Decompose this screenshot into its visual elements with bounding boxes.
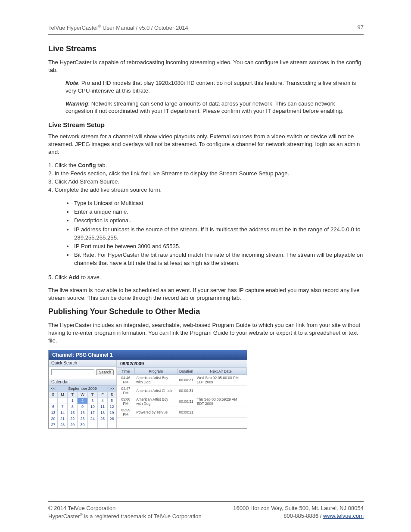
heading-live-streams: Live Streams bbox=[48, 44, 364, 53]
cal-day[interactable]: 9 bbox=[78, 404, 87, 410]
footer-link[interactable]: www.telvue.com bbox=[323, 513, 364, 519]
cal-day[interactable]: 3 bbox=[87, 398, 97, 404]
bullet: Description is optional. bbox=[73, 216, 364, 224]
cal-day[interactable]: 25 bbox=[97, 416, 107, 422]
heading-live-stream-setup: Live Stream Setup bbox=[48, 121, 364, 128]
bullet: Type is Unicast or Multicast bbox=[73, 199, 364, 207]
form-bullets: Type is Unicast or Multicast Enter a uni… bbox=[73, 199, 364, 267]
cal-day[interactable]: 18 bbox=[97, 410, 107, 416]
search-button[interactable]: Search bbox=[96, 369, 114, 375]
bullet: Bit Rate. For HyperCaster the bit rate s… bbox=[73, 251, 364, 267]
table-row: 05:00 PMAmerican Artist Boy with Dog00:0… bbox=[117, 396, 247, 407]
warning-block: Warning: Network streaming can send larg… bbox=[65, 100, 359, 115]
table-row: 04:47 PMAmerican Artist Chuck00:00:31 bbox=[117, 385, 247, 396]
header-title: TelVue HyperCaster® User Manual / v5.0 /… bbox=[48, 24, 188, 31]
setup-steps-cont: 5. Click Add to save. bbox=[48, 273, 364, 281]
cal-day[interactable]: 14 bbox=[57, 410, 67, 416]
calendar: << September 2009 >> SMTWTFS 12345678910… bbox=[49, 386, 116, 428]
bullet: Enter a unique name. bbox=[73, 208, 364, 216]
publishing-intro: The HyperCaster includes an integrated, … bbox=[48, 321, 364, 344]
table-row: 05:59 PMPowered by TelVue00:00:21 bbox=[117, 407, 247, 417]
cal-day[interactable]: 16 bbox=[78, 410, 87, 416]
quick-search-header: Quick Search bbox=[49, 360, 116, 367]
cal-month: September 2009 bbox=[57, 386, 107, 392]
cal-day[interactable]: 20 bbox=[49, 416, 58, 422]
setup-steps: 1. Click the Config tab. 2. In the Feeds… bbox=[48, 161, 364, 194]
cal-day[interactable]: 19 bbox=[108, 410, 116, 416]
cal-day[interactable]: 12 bbox=[108, 404, 116, 410]
page-footer: © 2014 TelVue Corporation 16000 Horizon … bbox=[48, 484, 364, 521]
cal-day[interactable]: 15 bbox=[68, 410, 78, 416]
schedule-date: 09/02/2009 bbox=[117, 360, 247, 368]
cal-day[interactable]: 13 bbox=[49, 410, 58, 416]
search-input[interactable] bbox=[51, 369, 94, 375]
program-table: TimeProgramDurationNext Air Date 04:46 P… bbox=[117, 368, 247, 418]
table-row: 04:46 PMAmerican Artist Boy with Dog00:0… bbox=[117, 374, 247, 385]
cal-day[interactable]: 30 bbox=[78, 422, 87, 428]
step-4: 4. Complete the add live stream source f… bbox=[48, 186, 364, 194]
cal-prev[interactable]: << bbox=[49, 386, 58, 392]
cal-day[interactable]: 27 bbox=[49, 422, 58, 428]
cal-day[interactable]: 23 bbox=[78, 416, 87, 422]
cal-day[interactable]: 7 bbox=[57, 404, 67, 410]
cal-day bbox=[97, 422, 107, 428]
footer-trademark: HyperCaster® is a registered trademark o… bbox=[48, 512, 202, 521]
bullet: IP address for unicast is the source of … bbox=[73, 225, 364, 242]
footer-rule bbox=[48, 501, 364, 502]
step-1: 1. Click the Config tab. bbox=[48, 161, 364, 169]
footer-contact: 800-885-8886 / www.telvue.com bbox=[283, 512, 364, 521]
program-guide-figure: Channel: PSG Channel 1 Quick Search Sear… bbox=[48, 350, 247, 429]
setup-outro: The live stream is now able to be schedu… bbox=[48, 286, 364, 302]
cal-next[interactable]: >> bbox=[108, 386, 116, 392]
cal-day[interactable]: 11 bbox=[97, 404, 107, 410]
cal-day bbox=[57, 398, 67, 404]
cal-day bbox=[108, 422, 116, 428]
step-5: 5. Click Add to save. bbox=[48, 273, 364, 281]
setup-intro: The network stream for a channel will sh… bbox=[48, 133, 364, 156]
cal-day[interactable]: 17 bbox=[87, 410, 97, 416]
step-2: 2. In the Feeds section, click the link … bbox=[48, 169, 364, 177]
footer-address: 16000 Horizon Way, Suite 500, Mt. Laurel… bbox=[233, 504, 364, 512]
cal-day[interactable]: 10 bbox=[87, 404, 97, 410]
cal-day[interactable]: 6 bbox=[49, 404, 58, 410]
cal-day bbox=[87, 422, 97, 428]
cal-day bbox=[49, 398, 58, 404]
heading-publishing: Publishing Your Schedule to Other Media bbox=[48, 307, 364, 316]
note-block: Note: Pro and HD models that play 1920x1… bbox=[65, 79, 359, 95]
cal-day[interactable]: 26 bbox=[108, 416, 116, 422]
cal-day[interactable]: 4 bbox=[97, 398, 107, 404]
step-3: 3. Click Add Stream Source. bbox=[48, 177, 364, 186]
cal-day[interactable]: 1 bbox=[68, 398, 78, 404]
bullet: IP Port must be between 3000 and 65535. bbox=[73, 242, 364, 250]
page-number: 97 bbox=[358, 24, 364, 31]
cal-day[interactable]: 22 bbox=[68, 416, 78, 422]
cal-day[interactable]: 2 bbox=[78, 398, 87, 404]
live-streams-intro: The HyperCaster is capable of rebroadcas… bbox=[48, 59, 364, 74]
cal-day[interactable]: 5 bbox=[108, 398, 116, 404]
cal-day[interactable]: 24 bbox=[87, 416, 97, 422]
cal-day[interactable]: 21 bbox=[57, 416, 67, 422]
page-header: TelVue HyperCaster® User Manual / v5.0 /… bbox=[48, 24, 364, 31]
figure-titlebar: Channel: PSG Channel 1 bbox=[49, 350, 247, 360]
cal-day[interactable]: 8 bbox=[68, 404, 78, 410]
header-rule bbox=[48, 34, 364, 35]
cal-day[interactable]: 29 bbox=[68, 422, 78, 428]
calendar-header: Calendar bbox=[49, 379, 116, 386]
cal-day[interactable]: 28 bbox=[57, 422, 67, 428]
footer-copyright: © 2014 TelVue Corporation bbox=[48, 504, 115, 512]
